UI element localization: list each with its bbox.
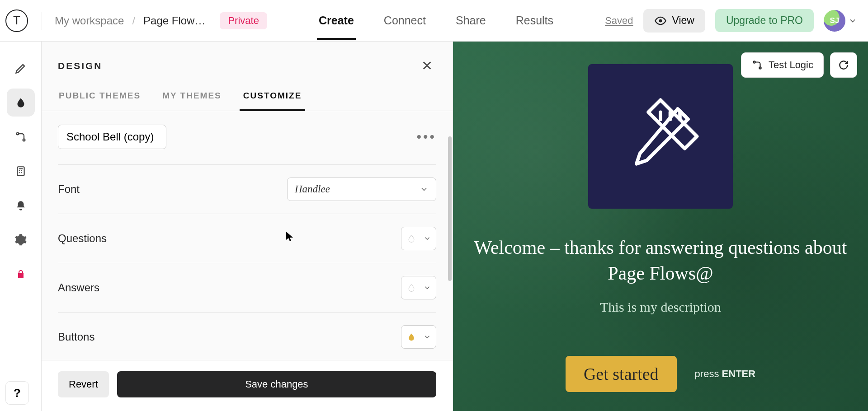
svg-point-1 [16, 133, 19, 135]
view-button[interactable]: View [643, 9, 705, 33]
test-logic-label: Test Logic [769, 59, 813, 71]
chevron-down-icon [423, 333, 431, 341]
bell-icon [15, 200, 27, 211]
svg-point-4 [753, 61, 755, 63]
pencil-icon [14, 62, 27, 75]
help-button[interactable]: ? [5, 381, 29, 405]
header-right: Saved View Upgrade to PRO SJ [605, 9, 857, 33]
row-questions: Questions [58, 214, 436, 263]
preview-logo [588, 64, 733, 209]
sidebar-item-notifications[interactable] [7, 191, 35, 220]
breadcrumb-workspace[interactable]: My workspace [55, 14, 124, 27]
label-buttons: Buttons [58, 331, 94, 343]
svg-point-5 [759, 67, 761, 69]
view-label: View [672, 14, 694, 27]
save-changes-button[interactable]: Save changes [117, 371, 436, 397]
app-logo[interactable]: T [5, 9, 28, 32]
dots-icon: ••• [416, 129, 436, 144]
sidebar-item-settings[interactable] [7, 226, 35, 254]
drop-icon [407, 283, 416, 292]
drop-icon [15, 97, 27, 108]
account-menu[interactable]: SJ [824, 10, 857, 32]
label-font: Font [58, 183, 80, 196]
drop-icon [407, 332, 416, 341]
chevron-down-icon [423, 284, 431, 292]
sidebar-item-calculator[interactable] [7, 157, 35, 185]
theme-name-input[interactable] [58, 125, 166, 149]
sidebar-item-access[interactable] [7, 260, 35, 288]
flow-icon [751, 59, 763, 71]
revert-button[interactable]: Revert [58, 371, 109, 397]
eye-icon [654, 14, 667, 27]
close-icon: ✕ [421, 58, 433, 73]
press-enter-hint: press ENTER [695, 368, 755, 380]
welcome-description[interactable]: This is my description [600, 299, 721, 315]
panel-scroll[interactable]: ••• Font Handlee Questions [42, 111, 453, 360]
answers-color-picker[interactable] [401, 276, 436, 299]
label-questions: Questions [58, 232, 107, 245]
breadcrumb-page[interactable]: Page Flow… [143, 14, 205, 27]
breadcrumb-separator: / [132, 14, 135, 27]
panel-footer: Revert Save changes [42, 360, 453, 411]
gear-icon [14, 234, 27, 246]
flow-icon [14, 131, 27, 143]
app-header: T My workspace / Page Flow… Private Crea… [0, 0, 868, 42]
preview-cta-row: Get started press ENTER [566, 356, 755, 392]
saved-indicator[interactable]: Saved [605, 15, 633, 27]
app-body: ? DESIGN ✕ PUBLIC THEMES MY THEMES CUSTO… [0, 42, 868, 411]
calculator-icon [15, 165, 27, 177]
chevron-down-icon [420, 185, 429, 194]
avatar: SJ [824, 10, 845, 32]
form-preview: Test Logic Welcome – thanks for answerin… [453, 42, 868, 411]
sidebar-item-content[interactable] [7, 54, 35, 82]
main-tabs: Create Connect Share Results [317, 1, 555, 40]
close-panel-button[interactable]: ✕ [418, 56, 436, 75]
sidebar [0, 42, 42, 411]
pencil-ruler-icon [618, 93, 703, 179]
sidebar-item-design[interactable] [7, 89, 35, 117]
svg-rect-6 [648, 100, 697, 148]
font-select[interactable]: Handlee [287, 177, 436, 201]
panel-title: DESIGN [58, 61, 103, 71]
welcome-title[interactable]: Welcome – thanks for answering questions… [466, 235, 855, 286]
breadcrumb: My workspace / Page Flow… Private [55, 12, 267, 29]
refresh-preview-button[interactable] [830, 52, 857, 78]
drop-icon [407, 234, 416, 243]
tab-create[interactable]: Create [317, 1, 356, 40]
label-answers: Answers [58, 281, 99, 294]
lock-icon [15, 269, 26, 280]
tab-results[interactable]: Results [514, 1, 555, 40]
sidebar-item-logic[interactable] [7, 123, 35, 151]
preview-toolbar: Test Logic [741, 52, 857, 78]
theme-name-row: ••• [58, 125, 436, 149]
test-logic-button[interactable]: Test Logic [741, 52, 824, 78]
upgrade-button[interactable]: Upgrade to PRO [715, 9, 814, 32]
chevron-down-icon [423, 234, 431, 243]
svg-point-0 [659, 19, 662, 22]
tab-connect[interactable]: Connect [382, 1, 428, 40]
tab-public-themes[interactable]: PUBLIC THEMES [58, 81, 142, 111]
theme-more-button[interactable]: ••• [416, 129, 436, 145]
privacy-badge[interactable]: Private [220, 12, 267, 29]
divider [42, 12, 42, 30]
design-subtabs: PUBLIC THEMES MY THEMES CUSTOMIZE [42, 81, 453, 111]
chevron-down-icon [848, 16, 857, 25]
refresh-icon [838, 59, 849, 71]
tab-my-themes[interactable]: MY THEMES [161, 81, 222, 111]
design-panel: DESIGN ✕ PUBLIC THEMES MY THEMES CUSTOMI… [42, 42, 453, 411]
tab-customize[interactable]: CUSTOMIZE [242, 81, 303, 111]
get-started-button[interactable]: Get started [566, 356, 677, 392]
row-answers: Answers [58, 263, 436, 312]
row-font: Font Handlee [58, 164, 436, 214]
svg-point-2 [23, 139, 25, 141]
font-value: Handlee [295, 183, 330, 195]
tab-share[interactable]: Share [454, 1, 488, 40]
app-logo-letter: T [13, 14, 20, 28]
buttons-color-picker[interactable] [401, 325, 436, 349]
row-buttons: Buttons [58, 312, 436, 360]
questions-color-picker[interactable] [401, 227, 436, 250]
